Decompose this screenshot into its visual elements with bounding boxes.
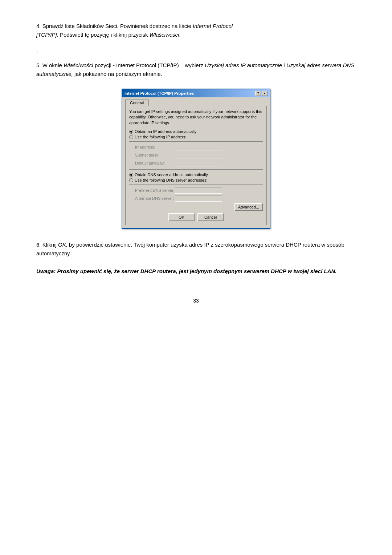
- step6-pre: 6. Kliknij: [36, 242, 58, 248]
- default-gateway-row: Default gateway:: [129, 160, 263, 166]
- step5-paragraph: 5. W oknie Właściwości pozycji - Interne…: [36, 61, 356, 78]
- step4-line2b: . Podświetl tę pozycję i kliknij przycis…: [57, 32, 150, 38]
- obtain-ip-radio[interactable]: [129, 130, 133, 134]
- dialog-body: General You can get IP settings assigned…: [122, 97, 270, 228]
- advanced-row: Advanced...: [129, 203, 263, 211]
- obtain-dns-radio[interactable]: [129, 173, 133, 177]
- dialog-titlebar: Internet Protocol (TCP/IP) Properties ? …: [122, 89, 270, 97]
- use-ip-label: Use the following IP address:: [135, 135, 186, 139]
- obtain-ip-label: Obtain an IP address automatically: [135, 129, 196, 134]
- advanced-button[interactable]: Advanced...: [234, 203, 263, 211]
- ok-button[interactable]: OK: [168, 213, 195, 221]
- default-gateway-label: Default gateway:: [135, 161, 175, 165]
- dialog-wrapper: Internet Protocol (TCP/IP) Properties ? …: [36, 89, 356, 229]
- dialog-title-buttons: ? ×: [255, 91, 268, 96]
- step5-italic2: Uzyskaj adres IP automatycznie: [205, 62, 282, 68]
- step5-pre: 5. W oknie: [36, 62, 64, 68]
- alternate-dns-input[interactable]: [175, 195, 222, 202]
- step4-italic2: Właściwości: [150, 32, 179, 38]
- tcp-ip-properties-dialog: Internet Protocol (TCP/IP) Properties ? …: [122, 89, 270, 229]
- tab-bar: General: [125, 100, 267, 106]
- step5-italic1: Właściwości: [64, 62, 93, 68]
- obtain-dns-row: Obtain DNS server address automatically: [129, 173, 263, 177]
- close-button[interactable]: ×: [262, 91, 268, 96]
- cancel-button[interactable]: Cancel: [197, 213, 224, 221]
- step5-mid2: i: [282, 62, 286, 68]
- dialog-title: Internet Protocol (TCP/IP) Properties: [124, 91, 194, 96]
- use-ip-row: Use the following IP address:: [129, 135, 263, 139]
- preferred-dns-label: Preferred DNS server:: [135, 188, 175, 193]
- step4-tcpip: [TCP/IP]: [36, 32, 57, 38]
- info-text: You can get IP settings assigned automat…: [129, 109, 263, 126]
- step4-end: .: [179, 32, 180, 38]
- alternate-dns-row: Alternate DNS server:: [129, 195, 263, 202]
- obtain-dns-label: Obtain DNS server address automatically: [135, 173, 208, 177]
- dialog-content: You can get IP settings assigned automat…: [125, 106, 267, 225]
- use-dns-label: Use the following DNS server addresses:: [135, 178, 208, 182]
- dns-separator: [129, 169, 263, 170]
- step5-mid1: pozycji - Internet Protocol (TCP/IP) – w…: [93, 62, 205, 68]
- use-dns-radio[interactable]: [129, 178, 133, 182]
- step5-end: jak pokazano na poniższym ekranie.: [73, 71, 162, 77]
- ok-cancel-row: OK Cancel: [129, 213, 263, 221]
- step4-text: 4. Sprawdź listę Składników Sieci. Powin…: [36, 23, 193, 29]
- page-number: 33: [36, 298, 356, 304]
- ip-radio-group: Obtain an IP address automatically Use t…: [129, 129, 263, 139]
- default-gateway-input[interactable]: [175, 160, 222, 166]
- page-content: 4. Sprawdź listę Składników Sieci. Powin…: [36, 22, 356, 304]
- ip-address-row: IP address:: [129, 144, 263, 150]
- step4-paragraph: 4. Sprawdź listę Składników Sieci. Powin…: [36, 22, 356, 39]
- subnet-mask-input[interactable]: [175, 152, 222, 158]
- help-button[interactable]: ?: [255, 91, 261, 96]
- ip-address-label: IP address:: [135, 145, 175, 149]
- dns-fields-separator: [129, 185, 263, 185]
- subnet-mask-row: Subnet mask:: [129, 152, 263, 158]
- dns-radio-group: Obtain DNS server address automatically …: [129, 173, 263, 182]
- use-dns-row: Use the following DNS server addresses:: [129, 178, 263, 182]
- step6-end: by potwierdzić ustawienie. Twój komputer…: [36, 242, 344, 256]
- step4-italic1: Internet Protocol: [193, 23, 233, 29]
- general-tab[interactable]: General: [125, 100, 149, 106]
- dot-line: .: [36, 46, 356, 54]
- ip-address-input[interactable]: [175, 144, 222, 150]
- use-ip-radio[interactable]: [129, 135, 133, 139]
- obtain-ip-row: Obtain an IP address automatically: [129, 129, 263, 134]
- ip-separator: [129, 141, 263, 142]
- subnet-mask-label: Subnet mask:: [135, 153, 175, 157]
- alternate-dns-label: Alternate DNS server:: [135, 196, 175, 200]
- step6-italic: OK,: [58, 242, 68, 248]
- preferred-dns-input[interactable]: [175, 187, 222, 194]
- preferred-dns-row: Preferred DNS server:: [129, 187, 263, 194]
- dhcp-note: Uwaga: Prosimy upewnić się, że serwer DH…: [36, 267, 356, 276]
- step6-paragraph: 6. Kliknij OK, by potwierdzić ustawienie…: [36, 240, 356, 258]
